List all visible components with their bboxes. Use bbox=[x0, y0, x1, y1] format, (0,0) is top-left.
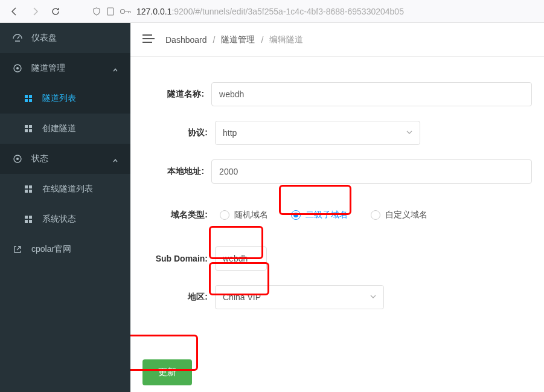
svg-point-13 bbox=[16, 158, 19, 160]
target-icon bbox=[12, 63, 23, 74]
radio-subdomain[interactable]: 二级子域名 bbox=[291, 210, 348, 220]
back-icon bbox=[10, 7, 19, 16]
svg-rect-18 bbox=[25, 216, 28, 219]
label-region: 地区: bbox=[142, 292, 215, 303]
grid-icon bbox=[23, 93, 34, 104]
breadcrumb-link[interactable]: Dashboard bbox=[165, 35, 207, 45]
svg-rect-14 bbox=[25, 185, 28, 188]
svg-rect-0 bbox=[107, 8, 114, 15]
radio-label: 随机域名 bbox=[234, 210, 268, 220]
url-bar[interactable]: 127.0.0.1:9200/#/tunnels/edit/3a5f255a-1… bbox=[92, 7, 538, 16]
sidebar-item-cpolar-site[interactable]: cpolar官网 bbox=[0, 234, 130, 265]
svg-rect-7 bbox=[29, 99, 32, 102]
select-region[interactable] bbox=[215, 285, 384, 309]
radio-random-domain[interactable]: 随机域名 bbox=[220, 210, 268, 220]
grid-icon bbox=[23, 214, 34, 225]
url-text: 127.0.0.1:9200/#/tunnels/edit/3a5f255a-1… bbox=[136, 7, 404, 16]
sidebar-label: 创建隧道 bbox=[42, 123, 118, 134]
chevron-up-icon bbox=[112, 156, 118, 162]
target-icon bbox=[12, 153, 23, 164]
breadcrumb: Dashboard / 隧道管理 / 编辑隧道 bbox=[165, 34, 303, 45]
refresh-button[interactable] bbox=[47, 3, 64, 20]
forward-icon bbox=[30, 7, 40, 16]
form-row-submit: 更新 bbox=[142, 353, 532, 391]
breadcrumb-sep: / bbox=[261, 35, 263, 45]
svg-rect-5 bbox=[29, 95, 32, 98]
radio-group-domain-type: 随机域名 二级子域名 自定义域名 bbox=[215, 210, 427, 220]
sidebar-item-online-tunnels[interactable]: 在线隧道列表 bbox=[0, 174, 130, 204]
svg-rect-4 bbox=[25, 95, 28, 98]
sidebar-item-tunnel-list[interactable]: 隧道列表 bbox=[0, 83, 130, 114]
input-sub-domain[interactable] bbox=[215, 246, 267, 271]
select-protocol[interactable] bbox=[215, 121, 420, 145]
svg-rect-16 bbox=[25, 190, 28, 193]
sidebar-label: 隧道列表 bbox=[42, 93, 118, 104]
sidebar-item-status[interactable]: 状态 bbox=[0, 144, 130, 174]
breadcrumb-sep: / bbox=[213, 35, 216, 45]
label-sub-domain: Sub Domain: bbox=[142, 254, 215, 263]
sidebar-item-dashboard[interactable]: 仪表盘 bbox=[0, 23, 130, 53]
svg-rect-15 bbox=[29, 185, 32, 188]
radio-label: 二级子域名 bbox=[306, 210, 348, 220]
breadcrumb-link[interactable]: 隧道管理 bbox=[221, 34, 255, 45]
back-button[interactable] bbox=[6, 3, 23, 20]
main-content: Dashboard / 隧道管理 / 编辑隧道 隧道名称: 协议: bbox=[130, 23, 544, 392]
radio-label: 自定义域名 bbox=[385, 210, 427, 220]
external-link-icon bbox=[12, 244, 23, 255]
form: 隧道名称: 协议: 本地地址: 域名类型: bbox=[130, 57, 544, 392]
form-row-region: 地区: bbox=[142, 278, 532, 316]
form-row-tunnel-name: 隧道名称: bbox=[142, 75, 532, 114]
dashboard-icon bbox=[12, 33, 23, 43]
input-local-addr[interactable] bbox=[211, 159, 532, 184]
label-protocol: 协议: bbox=[142, 127, 215, 138]
grid-icon bbox=[23, 184, 34, 194]
shield-icon bbox=[92, 7, 101, 16]
svg-point-1 bbox=[121, 9, 125, 13]
topbar: Dashboard / 隧道管理 / 编辑隧道 bbox=[130, 23, 544, 57]
sidebar-item-tunnel-mgmt[interactable]: 隧道管理 bbox=[0, 53, 130, 83]
svg-rect-20 bbox=[25, 220, 28, 223]
form-row-local-addr: 本地地址: bbox=[142, 152, 532, 191]
chevron-up-icon bbox=[112, 65, 118, 71]
label-domain-type: 域名类型: bbox=[142, 210, 215, 220]
svg-rect-10 bbox=[25, 129, 28, 132]
update-button[interactable]: 更新 bbox=[142, 359, 192, 385]
sidebar: 仪表盘 隧道管理 隧道列表 创建隧道 状态 bbox=[0, 23, 130, 392]
grid-icon bbox=[23, 123, 34, 134]
sidebar-label: 系统状态 bbox=[42, 214, 118, 225]
refresh-icon bbox=[51, 7, 60, 16]
browser-toolbar: 127.0.0.1:9200/#/tunnels/edit/3a5f255a-1… bbox=[0, 0, 544, 23]
svg-rect-9 bbox=[29, 125, 32, 128]
radio-custom-domain[interactable]: 自定义域名 bbox=[371, 210, 427, 220]
svg-point-3 bbox=[16, 67, 19, 69]
svg-rect-8 bbox=[25, 125, 28, 128]
form-row-sub-domain: Sub Domain: bbox=[142, 239, 532, 278]
page-icon bbox=[106, 7, 115, 16]
sidebar-label: 隧道管理 bbox=[31, 63, 104, 74]
label-local-addr: 本地地址: bbox=[142, 166, 211, 177]
sidebar-label: 仪表盘 bbox=[31, 33, 118, 43]
sidebar-item-system-status[interactable]: 系统状态 bbox=[0, 204, 130, 234]
input-tunnel-name[interactable] bbox=[211, 82, 532, 106]
sidebar-label: cpolar官网 bbox=[31, 244, 118, 255]
key-icon bbox=[120, 7, 132, 16]
breadcrumb-current: 编辑隧道 bbox=[269, 34, 303, 45]
sidebar-item-create-tunnel[interactable]: 创建隧道 bbox=[0, 114, 130, 144]
form-row-protocol: 协议: bbox=[142, 114, 532, 152]
svg-rect-21 bbox=[29, 220, 32, 223]
forward-button[interactable] bbox=[27, 3, 43, 20]
svg-rect-6 bbox=[25, 99, 28, 102]
menu-toggle-icon[interactable] bbox=[142, 34, 155, 45]
svg-rect-11 bbox=[29, 129, 32, 132]
form-row-domain-type: 域名类型: 随机域名 二级子域名 自定义域名 bbox=[142, 191, 532, 239]
svg-rect-19 bbox=[29, 216, 32, 219]
svg-rect-17 bbox=[29, 190, 32, 193]
sidebar-label: 状态 bbox=[31, 153, 104, 164]
label-tunnel-name: 隧道名称: bbox=[142, 89, 211, 100]
sidebar-label: 在线隧道列表 bbox=[42, 184, 118, 194]
